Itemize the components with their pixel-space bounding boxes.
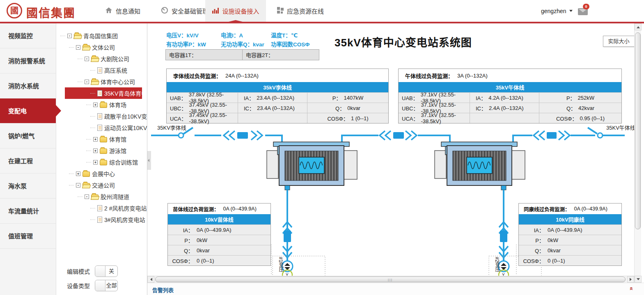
tree-node[interactable]: 疏散平台10KV变电 <box>56 110 147 122</box>
tree-controls: 编辑模式 关 设备类型 全部 <box>67 265 118 294</box>
measurement-cell: P：1407kW <box>307 93 388 103</box>
tree-node[interactable]: -交通公司 <box>56 179 147 191</box>
feeder1-breaker[interactable] <box>283 222 292 258</box>
sidebar-item-fire-alarm[interactable]: 消防报警系统 <box>0 48 56 73</box>
bus-tie-breaker[interactable] <box>380 131 417 140</box>
alarm-list-bar: 告警列表 « <box>147 283 644 295</box>
transformer-1[interactable] <box>267 142 357 185</box>
scroll-left-button[interactable] <box>147 276 154 283</box>
expander-icon[interactable]: + <box>93 160 98 165</box>
measurement-row: IA：0A (0--439.9A) <box>519 224 621 235</box>
tree-node[interactable]: +会展中心 <box>56 168 147 179</box>
tree-node[interactable]: 2 #风机房变电站 <box>56 202 147 214</box>
measurement-cell: Q：0kvar <box>307 103 388 113</box>
sidebar-item-seawater-pump[interactable]: 海水泵 <box>0 174 56 199</box>
expander-icon[interactable]: + <box>93 149 98 153</box>
sidebar-item-boiler-gas[interactable]: 锅炉/燃气 <box>0 123 56 149</box>
overload-monitor: 李体线过负荷监测：24A (0--132A) <box>167 69 388 82</box>
nav-item-equipment-access[interactable]: 设施设备接入 <box>205 0 266 22</box>
tree-node[interactable]: 3#风机房变电站 <box>56 214 147 225</box>
expander-icon[interactable]: - <box>67 34 72 38</box>
expander-icon[interactable]: + <box>93 137 98 142</box>
mail-badge: 0 <box>583 4 589 9</box>
arrow-down-icon <box>637 278 640 282</box>
expander-icon[interactable]: - <box>85 80 89 84</box>
feeder-table-litixian: 李体线过负荷监测：24A (0--132A) 35kV李体线 UAB：37.8k… <box>166 69 389 123</box>
device-type-toggle[interactable]: 全部 <box>95 280 118 291</box>
sidebar-item-power-distribution[interactable]: 变配电 <box>0 98 56 123</box>
measurement-row: P：0kW <box>519 235 621 245</box>
expander-icon[interactable]: + <box>76 172 80 176</box>
measurement-cell: IC：2.4A (0--132A) <box>470 103 539 113</box>
table-header: 35kV李体线 <box>167 82 388 92</box>
measurement-row: Q：0kvar <box>519 245 621 255</box>
capacitor-bar: 电容器1T： 电容器2T： <box>165 49 319 60</box>
folder-open-icon <box>83 183 90 188</box>
tree-node[interactable]: -大剧院公司 <box>56 53 147 64</box>
nav-item-notifications[interactable]: 信息通知 <box>98 0 148 22</box>
username: gengzhen <box>541 8 566 14</box>
sidebar-item-traffic-stats[interactable]: 车流量统计 <box>0 199 56 224</box>
tree-node[interactable]: +综合训练馆 <box>56 156 147 168</box>
tree-node[interactable]: +体育馆 <box>56 133 147 145</box>
left-breaker[interactable] <box>224 131 262 140</box>
panel-collapse-handle[interactable] <box>147 151 151 170</box>
right-breaker[interactable] <box>534 131 570 140</box>
grid-icon <box>277 7 284 15</box>
page-title: 35kV体育中心变电站系统图 <box>335 34 472 49</box>
horizontal-scrollbar[interactable]: ||| <box>147 276 634 283</box>
device-tree: -青岛国信集团 -文体公司 -大剧院公司 高压系统 -体育中心公司 35KV青岛… <box>56 30 147 225</box>
nav-item-emergency-resources[interactable]: 应急资源在线 <box>268 0 333 22</box>
measurement-cell: COSΦ：1 (0--1) <box>307 113 388 123</box>
tree-node[interactable]: -胶州湾隧道 <box>56 191 147 202</box>
transformer-2[interactable] <box>435 142 525 185</box>
feeder2-breaker[interactable] <box>499 222 508 258</box>
device-type-label: 设备类型 <box>67 281 93 290</box>
actual-size-button[interactable]: 实际大小 <box>603 36 635 47</box>
sidebar-item-fire-water[interactable]: 消防水系统 <box>0 73 56 98</box>
scroll-up-button[interactable] <box>635 23 642 30</box>
arrow-up-icon <box>637 25 640 28</box>
tree-node[interactable]: +体育场 <box>56 99 147 110</box>
tree-node[interactable]: -青岛国信集团 <box>56 30 147 41</box>
scroll-down-button[interactable] <box>635 276 642 283</box>
measurement-cell: IC：23.4A (0--132A) <box>238 103 307 113</box>
tree-node[interactable]: -文体公司 <box>56 41 147 53</box>
document-icon <box>97 67 102 73</box>
tree-node-selected[interactable]: 35KV青岛体育中心 <box>65 87 142 99</box>
horizontal-scroll-thumb[interactable]: ||| <box>155 277 626 282</box>
overload-monitor: 午体线过负荷监测：3A (0--132A) <box>399 69 621 82</box>
folder-open-icon <box>91 80 99 85</box>
user-menu[interactable]: gengzhen <box>541 0 573 22</box>
table-header: 35kV午体线 <box>399 82 621 92</box>
expander-icon[interactable]: - <box>85 57 89 61</box>
scroll-right-button[interactable] <box>627 276 634 283</box>
tree-node[interactable]: 运动员公寓10KV变 <box>56 122 147 133</box>
measurement-cell: UCA：37.1kV (32.55--38.5kV) <box>399 113 470 123</box>
document-icon <box>97 125 102 131</box>
tree-node[interactable]: -体育中心公司 <box>56 76 147 87</box>
expander-icon[interactable]: - <box>85 194 89 199</box>
tree-node[interactable]: +游泳馆 <box>56 145 147 156</box>
measurement-cell: COSΦ：0.95 (0--1) <box>539 113 621 123</box>
measurement-row: Q：0kvar <box>168 245 270 255</box>
sidebar-item-construction[interactable]: 在建工程 <box>0 149 56 174</box>
expand-up-icon[interactable]: « <box>628 287 635 290</box>
sidebar-item-video-monitoring[interactable]: 视频监控 <box>0 23 56 48</box>
sidebar-item-duty-management[interactable]: 值班管理 <box>0 224 56 249</box>
expander-icon[interactable]: - <box>76 45 80 50</box>
folder-open-icon <box>91 194 99 200</box>
vertical-scroll-thumb[interactable] <box>635 32 641 229</box>
edit-mode-label: 编辑模式 <box>67 267 93 275</box>
arrow-right-icon <box>630 278 633 281</box>
document-icon <box>97 205 102 211</box>
folder-open-icon <box>91 57 99 62</box>
chevron-down-icon <box>569 10 573 12</box>
vertical-scrollbar[interactable] <box>634 23 641 283</box>
folder-icon <box>100 149 107 154</box>
alarm-list-title: 告警列表 <box>152 286 174 294</box>
expander-icon[interactable]: + <box>93 103 98 107</box>
expander-icon[interactable]: - <box>76 183 80 188</box>
edit-mode-toggle[interactable]: 关 <box>95 265 118 277</box>
tree-node[interactable]: 高压系统 <box>56 64 147 76</box>
